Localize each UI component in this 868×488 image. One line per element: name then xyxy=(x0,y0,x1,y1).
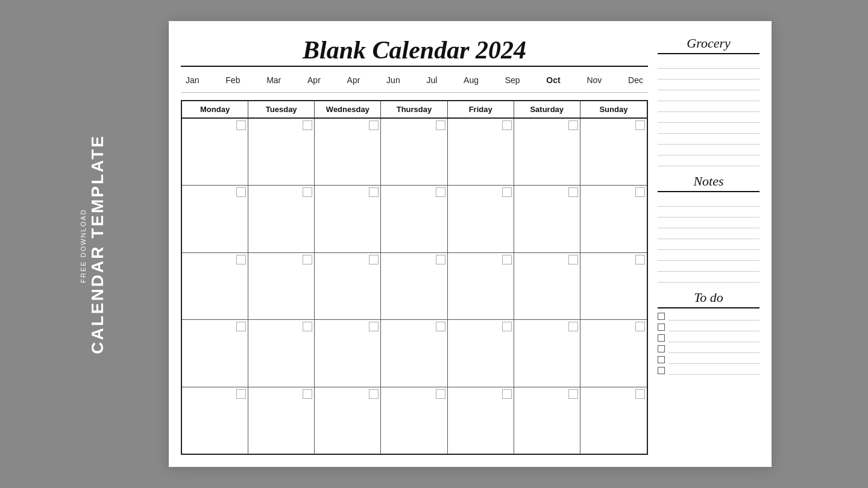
calendar-cell[interactable] xyxy=(248,119,315,185)
todo-item-line xyxy=(668,345,760,353)
calendar-cell[interactable] xyxy=(514,186,580,252)
todo-item[interactable] xyxy=(658,345,760,353)
page-title: Blank Calendar 2024 xyxy=(181,36,648,64)
month-item[interactable]: Feb xyxy=(223,74,242,86)
calendar-week xyxy=(182,320,647,387)
calendar-cell[interactable] xyxy=(315,320,381,386)
month-item[interactable]: Sep xyxy=(503,74,523,86)
todo-checkbox[interactable] xyxy=(658,313,665,320)
date-box xyxy=(635,322,645,331)
notes-line xyxy=(658,261,760,272)
calendar-cell[interactable] xyxy=(381,253,447,319)
calendar-cell[interactable] xyxy=(182,387,248,454)
todo-item-line xyxy=(668,312,760,321)
grocery-line xyxy=(658,69,760,80)
date-box xyxy=(436,322,445,331)
calendar-cell[interactable] xyxy=(381,387,447,454)
main-area: Blank Calendar 2024 JanFebMarAprAprJunJu… xyxy=(181,36,648,455)
calendar-cell[interactable] xyxy=(248,387,315,454)
calendar-cell[interactable] xyxy=(514,387,580,454)
calendar-cell[interactable] xyxy=(580,387,647,454)
calendar-cell[interactable] xyxy=(514,320,580,386)
todo-checkbox[interactable] xyxy=(658,367,665,374)
todo-checkbox[interactable] xyxy=(658,345,665,352)
calendar-cell[interactable] xyxy=(580,119,647,185)
notes-line xyxy=(658,272,760,283)
todo-item[interactable] xyxy=(658,312,760,321)
calendar-cell[interactable] xyxy=(248,253,315,319)
calendar-cell[interactable] xyxy=(315,253,381,319)
calendar-cell[interactable] xyxy=(448,320,514,386)
date-box xyxy=(236,389,246,399)
calendar-cell[interactable] xyxy=(448,387,514,454)
calendar-cell[interactable] xyxy=(315,387,381,454)
date-box xyxy=(436,120,445,130)
date-box xyxy=(502,322,512,331)
notes-line xyxy=(658,228,760,239)
todo-checkbox[interactable] xyxy=(658,334,665,342)
todo-item[interactable] xyxy=(658,355,760,364)
calendar-cell[interactable] xyxy=(182,253,248,319)
month-item[interactable]: Apr xyxy=(345,74,363,86)
calendar-cell[interactable] xyxy=(381,320,447,386)
date-box xyxy=(236,120,246,130)
date-box xyxy=(502,120,512,130)
todo-checkbox[interactable] xyxy=(658,356,665,363)
grocery-title: Grocery xyxy=(658,36,760,51)
month-item[interactable]: Dec xyxy=(626,74,646,86)
grocery-line xyxy=(658,101,760,112)
month-item[interactable]: Aug xyxy=(461,74,481,86)
calendar-cell[interactable] xyxy=(248,186,315,252)
month-item[interactable]: Apr xyxy=(305,74,323,86)
todo-list xyxy=(658,312,760,375)
date-box xyxy=(303,389,312,399)
calendar-cell[interactable] xyxy=(580,186,647,252)
calendar-week xyxy=(182,186,647,252)
notes-line xyxy=(658,196,760,207)
todo-section: To do xyxy=(658,290,760,377)
todo-item-line xyxy=(668,334,760,342)
calendar-cell[interactable] xyxy=(182,186,248,252)
calendar-week xyxy=(182,253,647,320)
calendar-cell[interactable] xyxy=(315,119,381,185)
notes-line xyxy=(658,239,760,250)
calendar-cell[interactable] xyxy=(448,186,514,252)
todo-item[interactable] xyxy=(658,366,760,375)
date-box xyxy=(369,187,379,197)
month-item[interactable]: Jun xyxy=(384,74,403,86)
grocery-section: Grocery xyxy=(658,36,760,166)
notes-line xyxy=(658,207,760,217)
calendar-cell[interactable] xyxy=(248,320,315,386)
month-item[interactable]: Jul xyxy=(424,74,439,86)
month-item[interactable]: Nov xyxy=(584,74,604,86)
todo-item[interactable] xyxy=(658,323,760,331)
notes-line xyxy=(658,250,760,261)
todo-item[interactable] xyxy=(658,334,760,342)
calendar-cell[interactable] xyxy=(315,186,381,252)
date-box xyxy=(303,322,312,331)
todo-divider xyxy=(658,307,760,308)
grocery-divider xyxy=(658,53,760,54)
sidebar-free-label: FREE DOWNLOAD xyxy=(80,138,87,354)
calendar-cell[interactable] xyxy=(182,119,248,185)
calendar-cell[interactable] xyxy=(182,320,248,386)
calendar-cell[interactable] xyxy=(580,320,647,386)
notes-line xyxy=(658,217,760,228)
date-box xyxy=(436,389,445,399)
calendar-cell[interactable] xyxy=(448,119,514,185)
calendar-cell[interactable] xyxy=(381,119,447,185)
calendar-cell[interactable] xyxy=(514,119,580,185)
calendar-cell[interactable] xyxy=(448,253,514,319)
todo-checkbox[interactable] xyxy=(658,324,665,331)
date-box xyxy=(635,389,645,399)
month-item[interactable]: Oct xyxy=(544,74,562,86)
calendar-cell[interactable] xyxy=(514,253,580,319)
sidebar: FREE DOWNLOAD CALENDAR TEMPLATE xyxy=(0,0,187,488)
calendar-cell[interactable] xyxy=(580,253,647,319)
calendar-day-header: Tuesday xyxy=(248,101,315,117)
month-item[interactable]: Mar xyxy=(264,74,283,86)
calendar-cell[interactable] xyxy=(381,186,447,252)
calendar-body xyxy=(182,119,647,454)
todo-item-line xyxy=(668,323,760,331)
month-item[interactable]: Jan xyxy=(183,74,202,86)
